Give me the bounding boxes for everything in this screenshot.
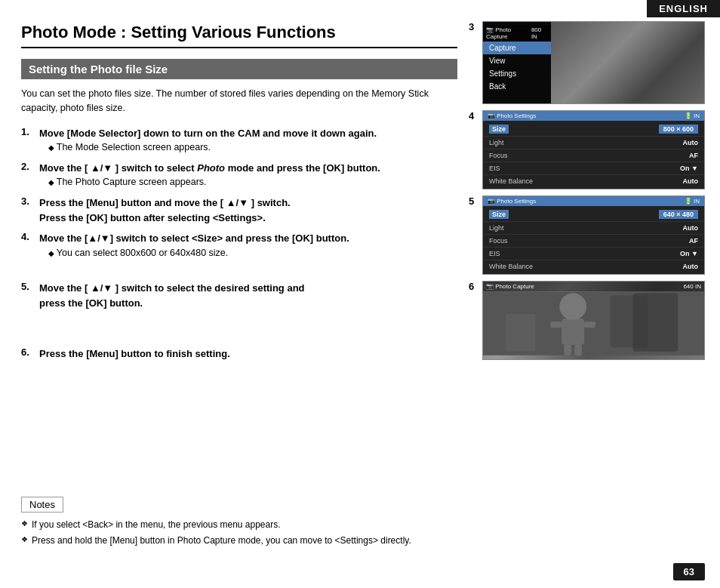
step-1-num: 1. [21, 126, 36, 137]
step-3-num: 3. [21, 195, 36, 207]
step-1-bullet: The Mode Selection screen appears. [39, 140, 377, 155]
step-5-main: Move the [ ▲/▼ ] switch to select the de… [39, 282, 305, 309]
step-4-content: Move the [▲/▼] switch to select <Size> a… [39, 231, 349, 260]
step-2-main: Move the [ ▲/▼ ] switch to select Photo … [39, 162, 380, 174]
step-5-content: Move the [ ▲/▼ ] switch to select the de… [39, 281, 305, 310]
section-header: Setting the Photo file Size [21, 59, 457, 79]
main-content: Photo Mode : Setting Various Functions S… [0, 0, 720, 383]
step-1: 1. Move [Mode Selector] down to turn on … [21, 126, 457, 155]
steps-area: 1. Move [Mode Selector] down to turn on … [21, 126, 457, 362]
step-4-num: 4. [21, 231, 36, 242]
note-item-1: If you select <Back> in the menu, the pr… [21, 519, 478, 531]
notes-label: Notes [29, 499, 55, 510]
step-6-num: 6. [21, 346, 36, 358]
note-item-2: Press and hold the [Menu] button in Phot… [21, 534, 478, 547]
page-title: Photo Mode : Setting Various Functions [21, 23, 457, 48]
step-1-main: Move [Mode Selector] down to turn on the… [39, 128, 377, 139]
step-6-content: Press the [Menu] button to finish settin… [39, 346, 230, 362]
step-4-bullet: You can select 800x600 or 640x480 size. [39, 246, 349, 260]
page-number: 63 [673, 563, 705, 580]
step-3-main: Press the [Menu] button and move the [ ▲… [39, 197, 291, 223]
step-2-bullet: The Photo Capture screen appears. [39, 175, 380, 189]
step-6-main: Press the [Menu] button to finish settin… [39, 348, 230, 359]
intro-text: You can set the photo files size. The nu… [21, 87, 457, 115]
step-6: 6. Press the [Menu] button to finish set… [21, 346, 457, 362]
step-5-num: 5. [21, 281, 36, 292]
step-3-content: Press the [Menu] button and move the [ ▲… [39, 195, 291, 225]
notes-box: Notes [21, 497, 63, 513]
step-4-main: Move the [▲/▼] switch to select <Size> a… [39, 232, 349, 244]
step-5: 5. Move the [ ▲/▼ ] switch to select the… [21, 281, 457, 310]
step-1-content: Move [Mode Selector] down to turn on the… [39, 126, 377, 155]
step-2-num: 2. [21, 161, 36, 172]
step-3: 3. Press the [Menu] button and move the … [21, 195, 457, 225]
notes-section: Notes If you select <Back> in the menu, … [21, 497, 478, 550]
step-4: 4. Move the [▲/▼] switch to select <Size… [21, 231, 457, 260]
step-2-content: Move the [ ▲/▼ ] switch to select Photo … [39, 161, 380, 189]
step-2: 2. Move the [ ▲/▼ ] switch to select Pho… [21, 161, 457, 189]
